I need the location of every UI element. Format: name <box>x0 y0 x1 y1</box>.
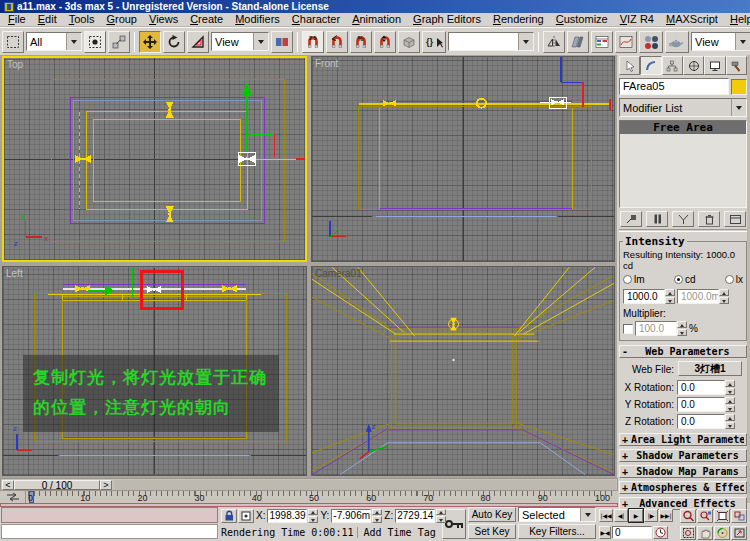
selection-filter-dropdown[interactable]: All <box>26 32 82 51</box>
dropdown-arrow-icon[interactable] <box>66 33 81 50</box>
track-bar-ruler[interactable]: 0102030405060708090100 <box>26 491 618 503</box>
absolute-offset-toggle[interactable] <box>238 509 254 523</box>
named-selection-sets-dropdown[interactable] <box>448 32 534 51</box>
y-rotation-spinner[interactable]: 0.0 <box>677 397 735 412</box>
modifier-stack[interactable]: Free Area <box>619 120 747 208</box>
spin-up-icon[interactable] <box>665 289 675 296</box>
tab-display[interactable] <box>704 56 725 75</box>
viewport-label[interactable]: Top <box>7 59 23 70</box>
menu-modifiers[interactable]: Modifiers <box>229 13 286 26</box>
top-viewport[interactable]: Top xyz <box>2 56 307 262</box>
select-object-button[interactable] <box>84 31 106 53</box>
camera-viewport-canvas[interactable]: z <box>312 267 614 475</box>
go-to-start-button[interactable]: |◀◀ <box>599 509 613 522</box>
tab-motion[interactable] <box>683 56 704 75</box>
dropdown-arrow-icon[interactable] <box>253 33 268 50</box>
web-file-button[interactable]: 3灯槽1 <box>678 361 742 376</box>
tab-create[interactable] <box>619 56 640 75</box>
dropdown-arrow-icon[interactable] <box>735 33 750 50</box>
multiplier-checkbox[interactable] <box>623 324 633 334</box>
layer-manager-button[interactable] <box>591 31 613 53</box>
front-viewport-canvas[interactable] <box>312 57 614 261</box>
select-and-rotate-button[interactable] <box>163 31 185 53</box>
spin-up-icon[interactable] <box>725 397 735 404</box>
z-coord-field[interactable]: 2729.14 <box>395 509 435 523</box>
percent-snap-toggle-button[interactable]: % <box>350 31 372 53</box>
y-coord-field[interactable]: -7.906mm <box>331 509 371 523</box>
radio-cd[interactable]: cd <box>674 274 696 285</box>
menu-views[interactable]: Views <box>143 13 184 26</box>
menu-viz-r4[interactable]: VIZ R4 <box>614 13 660 26</box>
manipulate-button[interactable] <box>271 31 293 53</box>
edit-named-selections-icon[interactable]: {} <box>422 31 446 53</box>
key-mode-toggle-button[interactable]: ▶◀ <box>599 526 611 539</box>
next-frame-button[interactable]: |▶ <box>644 509 658 522</box>
align-button[interactable] <box>567 31 589 53</box>
time-slider-track[interactable] <box>114 480 616 490</box>
current-frame-field[interactable]: 0 <box>612 526 652 539</box>
web-parameters-rollout-header[interactable]: - Web Parameters <box>619 345 747 358</box>
zoom-all-button[interactable] <box>697 509 713 523</box>
spin-down-icon[interactable] <box>725 405 735 412</box>
add-time-tag[interactable]: Add Time Tag <box>363 527 435 538</box>
spin-up-icon[interactable] <box>725 380 735 387</box>
spinner-snap-toggle-button[interactable] <box>374 31 396 53</box>
viewport-label[interactable]: Camera01 <box>315 268 362 279</box>
intensity-title[interactable]: Intensity <box>623 235 687 248</box>
mirror-button[interactable] <box>543 31 565 53</box>
pan-button[interactable] <box>697 526 713 540</box>
tab-utilities[interactable] <box>726 56 747 75</box>
snap-toggle-button[interactable]: 2.5 <box>302 31 324 53</box>
menu-rendering[interactable]: Rendering <box>487 13 550 26</box>
show-end-result-button[interactable] <box>646 211 668 227</box>
dropdown-arrow-icon[interactable] <box>580 508 595 521</box>
object-name-field[interactable]: FArea05 <box>619 78 729 95</box>
modifier-list-dropdown[interactable]: Modifier List <box>619 98 747 117</box>
light-ceiling[interactable] <box>449 318 459 331</box>
zoom-extents-button[interactable] <box>714 509 730 523</box>
menu-customize[interactable]: Customize <box>550 13 614 26</box>
viewport-label[interactable]: Front <box>315 58 338 69</box>
light-left[interactable] <box>75 285 89 292</box>
spin-up-icon[interactable] <box>719 289 729 296</box>
rectangular-selection-region-icon[interactable] <box>2 31 24 53</box>
light-top-center[interactable] <box>166 102 174 118</box>
key-selection-dropdown[interactable]: Selected <box>518 507 596 522</box>
stack-item-free-area[interactable]: Free Area <box>620 121 746 134</box>
spin-down-icon[interactable] <box>725 422 735 429</box>
rollout-area-light-parameters[interactable]: +Area Light Parameters <box>619 433 747 446</box>
pin-stack-button[interactable] <box>620 211 642 227</box>
select-and-move-button[interactable] <box>139 31 161 53</box>
z-rotation-spinner[interactable]: 0.0 <box>677 414 735 429</box>
min-max-toggle-button[interactable] <box>731 526 747 540</box>
region-zoom-button[interactable] <box>680 526 696 540</box>
menu-animation[interactable]: Animation <box>346 13 407 26</box>
time-slider-next-button[interactable]: > <box>100 480 112 490</box>
time-configuration-button[interactable] <box>653 526 668 539</box>
radio-lm[interactable]: lm <box>623 274 645 285</box>
y-coord-spinner[interactable] <box>372 509 382 523</box>
spin-down-icon[interactable] <box>725 388 735 395</box>
render-type-dropdown[interactable]: View <box>691 32 750 51</box>
auto-key-button[interactable]: Auto Key <box>468 507 516 522</box>
spin-up-icon[interactable] <box>725 414 735 421</box>
set-key-button[interactable]: Set Key <box>468 524 516 539</box>
dropdown-arrow-icon[interactable] <box>518 33 533 50</box>
make-unique-button[interactable] <box>672 211 694 227</box>
intensity-lx-spinner[interactable]: 1000.0m <box>677 289 729 304</box>
remove-modifier-button[interactable] <box>698 211 720 227</box>
rollout-shadow-map-params[interactable]: +Shadow Map Params <box>619 465 747 478</box>
menu-tools[interactable]: Tools <box>63 13 101 26</box>
play-button[interactable]: ▶ <box>629 509 643 522</box>
light-right[interactable] <box>222 285 236 292</box>
select-and-scale-button[interactable] <box>187 31 209 53</box>
title-bar[interactable]: a11.max - 3ds max 5 - Unregistered Versi… <box>0 0 750 13</box>
zoom-extents-all-button[interactable] <box>731 509 747 523</box>
open-mini-curve-editor-button[interactable] <box>0 491 26 503</box>
material-editor-button[interactable] <box>639 31 663 53</box>
selection-lock-toggle[interactable] <box>221 509 237 523</box>
dropdown-arrow-icon[interactable] <box>731 99 746 116</box>
menu-file[interactable]: File <box>2 13 32 26</box>
x-coord-spinner[interactable] <box>308 509 318 523</box>
go-to-end-button[interactable]: ▶▶| <box>659 509 673 522</box>
